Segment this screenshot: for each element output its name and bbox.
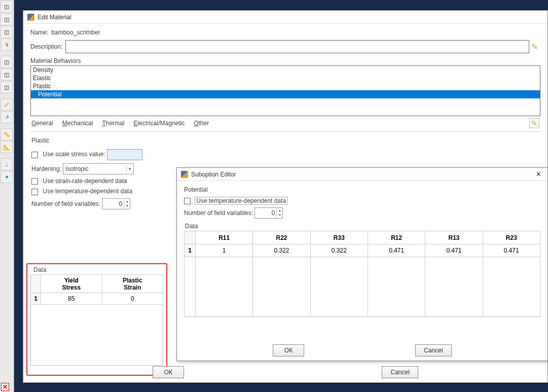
behavior-item-selected[interactable]: Potential: [31, 90, 540, 98]
sub-num-field-var-label: Number of field variables:: [184, 209, 253, 217]
col-r23: R23: [483, 231, 540, 244]
close-icon[interactable]: ✕: [533, 169, 543, 180]
note-icon[interactable]: ✎: [529, 118, 539, 128]
potential-data-table[interactable]: R11 R22 R33 R12 R13 R23 1 1 0.322 0.322 …: [184, 231, 540, 317]
tool-icon[interactable]: ◫: [1, 56, 13, 68]
hardening-value: Isotropic: [65, 165, 88, 172]
col-yield-stress: YieldStress: [41, 275, 102, 293]
use-strain-rate-label: Use strain-rate-dependent data: [43, 177, 127, 185]
spinner-down-icon[interactable]: ▼: [277, 213, 282, 218]
cancel-button[interactable]: Cancel: [382, 366, 418, 378]
cell-r33[interactable]: 0.322: [310, 244, 368, 257]
ok-button[interactable]: OK: [153, 366, 184, 378]
name-value: bamboo_scrimber: [51, 29, 100, 36]
sub-cancel-button[interactable]: Cancel: [415, 344, 451, 357]
tool-icon[interactable]: ◫: [1, 13, 13, 25]
tool-icon[interactable]: 📏: [1, 128, 13, 140]
tool-icon[interactable]: 🖉: [1, 98, 13, 111]
sub-num-field-var-value: 0: [255, 209, 276, 217]
menu-electrical[interactable]: Electrical/Magnetic: [133, 120, 185, 127]
app-icon: [181, 171, 188, 178]
sub-ok-button[interactable]: OK: [273, 344, 304, 357]
cell-r22[interactable]: 0.322: [253, 244, 310, 257]
col-plastic-strain: PlasticStrain: [102, 275, 163, 293]
hardening-select[interactable]: Isotropic ▾: [63, 163, 134, 174]
dialog-title: Suboption Editor: [191, 171, 533, 178]
row-index: 1: [185, 244, 196, 257]
tool-icon[interactable]: ↯: [1, 39, 13, 51]
col-r12: R12: [368, 231, 425, 244]
behaviors-label: Material Behaviors: [30, 57, 540, 64]
description-input[interactable]: [65, 40, 529, 53]
use-scale-stress-checkbox[interactable]: [31, 152, 38, 158]
use-strain-rate-checkbox[interactable]: [31, 178, 38, 185]
num-field-var-label: Number of field variables:: [31, 200, 100, 207]
col-r13: R13: [425, 231, 483, 244]
name-label: Name:: [30, 29, 48, 36]
edit-description-icon[interactable]: ✎: [531, 42, 540, 51]
dialog-titlebar: Edit Material ✕: [23, 11, 547, 24]
scale-stress-input[interactable]: [107, 149, 142, 160]
num-field-var-spinner[interactable]: 0 ▲▼: [102, 198, 130, 209]
use-temp-checkbox[interactable]: [31, 189, 38, 195]
tool-icon[interactable]: ⟂: [1, 158, 13, 170]
suboption-editor-dialog: Suboption Editor ✕ Potential Use tempera…: [176, 167, 548, 361]
data-label: Data: [33, 266, 163, 273]
hardening-label: Hardening:: [31, 165, 61, 172]
tool-icon[interactable]: ◫: [1, 68, 13, 81]
menu-thermal[interactable]: Thermal: [102, 120, 124, 127]
col-r11: R11: [196, 231, 253, 244]
cell-r12[interactable]: 0.471: [368, 244, 425, 257]
behavior-item[interactable]: Elastic: [31, 74, 540, 82]
menu-other[interactable]: Other: [194, 120, 209, 127]
behavior-menu: General Mechanical Thermal Electrical/Ma…: [30, 116, 540, 132]
behaviors-list[interactable]: Density Elastic Plastic Potential: [30, 65, 540, 116]
dialog-title: Edit Material: [38, 14, 533, 21]
menu-mechanical[interactable]: Mechanical: [62, 120, 93, 127]
cell-yield-stress[interactable]: 85: [41, 293, 102, 305]
table-row: 1 85 0: [31, 293, 163, 305]
left-toolbar: ◫ ◫ ◫ ↯ ◫ ◫ ◫ 🖉 ↗ 📏 📐 ⟂ ✶: [0, 0, 14, 392]
tool-icon[interactable]: 📐: [1, 141, 13, 153]
sub-data-label: Data: [185, 223, 540, 230]
table-row: 1 1 0.322 0.322 0.471 0.471 0.471: [185, 244, 540, 257]
spinner-down-icon[interactable]: ▼: [124, 204, 130, 208]
row-index: 1: [31, 293, 41, 305]
spinner-up-icon[interactable]: ▲: [277, 208, 282, 213]
chevron-down-icon: ▾: [126, 166, 131, 171]
tool-icon[interactable]: ↗: [1, 111, 13, 123]
tool-icon[interactable]: ◫: [1, 26, 13, 38]
description-label: Description:: [30, 43, 62, 50]
cell-r11[interactable]: 1: [196, 244, 253, 257]
sub-use-temp-label: Use temperature-dependent data: [195, 197, 287, 204]
error-x-icon[interactable]: ✕: [1, 383, 9, 391]
tool-icon[interactable]: ✶: [1, 171, 13, 183]
potential-heading: Potential: [184, 186, 540, 193]
use-temp-label: Use temperature-dependent data: [43, 188, 132, 195]
tool-icon[interactable]: ◫: [1, 1, 13, 13]
cell-r23[interactable]: 0.471: [483, 244, 540, 257]
num-field-var-value: 0: [102, 200, 124, 207]
dialog-titlebar: Suboption Editor ✕: [177, 168, 547, 181]
tool-icon[interactable]: ◫: [1, 81, 13, 93]
menu-general[interactable]: General: [31, 120, 53, 127]
col-r22: R22: [253, 231, 310, 244]
col-r33: R33: [310, 231, 368, 244]
app-icon: [27, 14, 34, 21]
sub-num-field-var-spinner[interactable]: 0 ▲▼: [254, 207, 283, 219]
cell-plastic-strain[interactable]: 0: [102, 293, 163, 305]
cell-r13[interactable]: 0.471: [425, 244, 483, 257]
behavior-item[interactable]: Density: [31, 66, 540, 74]
plastic-heading: Plastic: [31, 137, 540, 144]
sub-use-temp-checkbox[interactable]: [184, 198, 191, 204]
spinner-up-icon[interactable]: ▲: [124, 199, 130, 204]
behavior-item[interactable]: Plastic: [31, 82, 540, 90]
use-scale-stress-label: Use scale stress value:: [43, 151, 105, 158]
plastic-data-table[interactable]: YieldStress PlasticStrain 1 85 0: [30, 274, 163, 366]
plastic-data-box: Data YieldStress PlasticStrain 1 85 0: [26, 263, 167, 376]
